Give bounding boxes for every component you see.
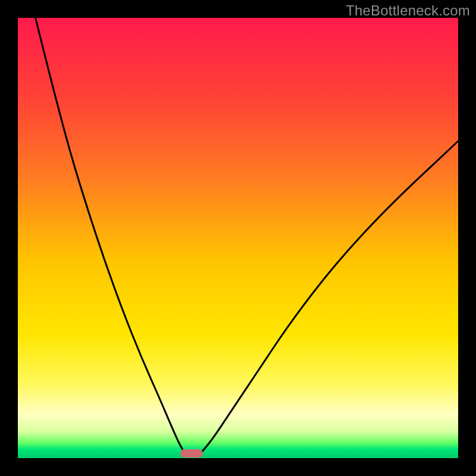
minimum-marker (180, 449, 203, 458)
chart-canvas (18, 18, 458, 458)
outer-frame: TheBottleneck.com (0, 0, 476, 476)
watermark-text: TheBottleneck.com (346, 2, 470, 19)
plot-area (18, 18, 458, 458)
gradient-background (18, 18, 458, 458)
